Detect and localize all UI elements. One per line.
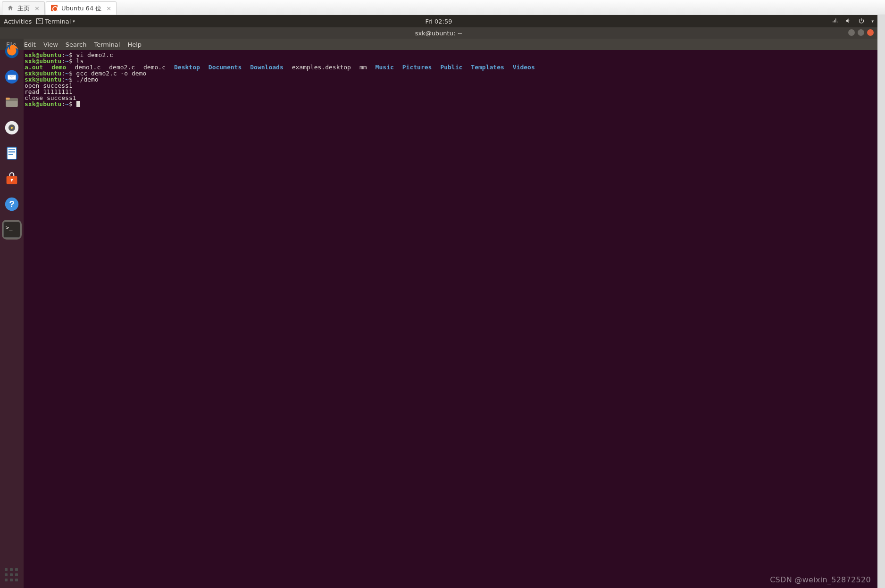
ls-entry: Pictures	[402, 64, 432, 71]
dock-firefox[interactable]	[2, 41, 22, 61]
svg-point-7	[11, 127, 13, 129]
dock-rhythmbox[interactable]	[2, 118, 22, 138]
ls-entry: examples.desktop	[292, 64, 351, 71]
dock-thunderbird[interactable]	[2, 67, 22, 87]
command: ./demo	[76, 76, 99, 83]
terminal-menubar: File Edit View Search Terminal Help	[0, 39, 877, 50]
ls-entry: demo.c	[143, 64, 166, 71]
svg-rect-10	[8, 151, 15, 151]
ls-entry: Public	[440, 64, 462, 71]
window-titlebar[interactable]: sxk@ubuntu: ~	[0, 27, 877, 39]
menu-terminal[interactable]: Terminal	[91, 40, 123, 49]
svg-rect-12	[8, 154, 13, 155]
vm-viewport: Activities Terminal ▾ Fri 02:59 ▾ sxk@ub…	[0, 15, 885, 588]
close-button[interactable]	[867, 29, 874, 36]
chevron-down-icon: ▾	[73, 19, 75, 24]
svg-rect-11	[8, 153, 15, 153]
clock[interactable]: Fri 02:59	[425, 18, 452, 25]
vm-tab-home[interactable]: 主页 ×	[2, 1, 45, 15]
close-icon[interactable]: ×	[34, 5, 40, 12]
terminal-content[interactable]: sxk@ubuntu:~$ vi demo2.c sxk@ubuntu:~$ l…	[24, 50, 877, 588]
vm-tab-ubuntu[interactable]: Ubuntu 64 位 ×	[46, 1, 117, 15]
svg-rect-4	[6, 98, 10, 99]
gnome-top-bar: Activities Terminal ▾ Fri 02:59 ▾	[0, 15, 877, 27]
chevron-down-icon[interactable]: ▾	[871, 19, 874, 24]
terminal-icon	[36, 18, 43, 24]
ls-entry: Downloads	[250, 64, 283, 71]
ls-entry: Documents	[209, 64, 242, 71]
dock-writer[interactable]	[2, 143, 22, 163]
menu-search[interactable]: Search	[62, 40, 90, 49]
close-icon[interactable]: ×	[106, 5, 111, 12]
svg-rect-9	[8, 149, 15, 150]
menu-view[interactable]: View	[40, 40, 61, 49]
dock-terminal[interactable]	[2, 220, 22, 240]
power-icon[interactable]	[858, 17, 865, 25]
ls-entry: Music	[376, 64, 394, 71]
ubuntu-icon	[51, 5, 58, 12]
minimize-button[interactable]	[848, 29, 855, 36]
ls-entry: Desktop	[174, 64, 200, 71]
cursor	[76, 101, 80, 107]
ls-entry: mm	[359, 64, 367, 71]
vm-tab-label: 主页	[17, 4, 30, 13]
menu-help[interactable]: Help	[124, 40, 145, 49]
home-icon	[7, 5, 15, 12]
network-icon[interactable]	[832, 17, 838, 25]
svg-text:?: ?	[9, 199, 14, 209]
vm-tab-bar: 主页 × Ubuntu 64 位 ×	[0, 0, 885, 15]
dock-software[interactable]	[2, 169, 22, 189]
guest-desktop: Activities Terminal ▾ Fri 02:59 ▾ sxk@ub…	[0, 15, 877, 588]
maximize-button[interactable]	[858, 29, 864, 36]
show-applications-button[interactable]	[5, 568, 19, 582]
dock-files[interactable]	[2, 92, 22, 112]
activities-button[interactable]: Activities	[4, 18, 32, 25]
ls-entry: Templates	[471, 64, 504, 71]
watermark: CSDN @weixin_52872520	[770, 575, 871, 584]
dock: ?	[0, 39, 24, 588]
volume-icon[interactable]	[845, 17, 852, 25]
dock-help[interactable]: ?	[2, 194, 22, 214]
ls-entry: Videos	[513, 64, 535, 71]
app-menu[interactable]: Terminal ▾	[36, 18, 75, 25]
vm-tab-label: Ubuntu 64 位	[61, 4, 101, 13]
window-title: sxk@ubuntu: ~	[415, 30, 463, 37]
app-menu-label: Terminal	[45, 18, 71, 25]
terminal-icon	[3, 222, 20, 238]
